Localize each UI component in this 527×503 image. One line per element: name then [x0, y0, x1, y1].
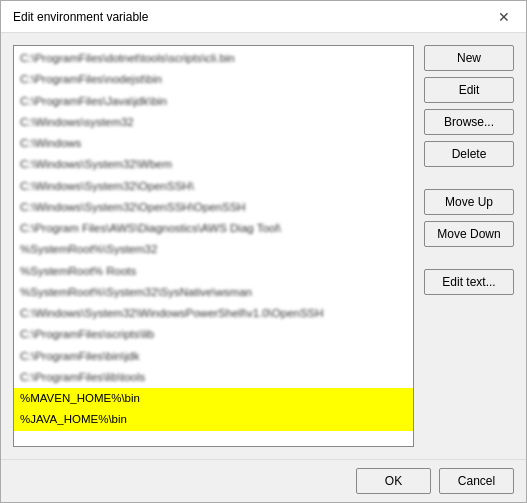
cancel-button[interactable]: Cancel [439, 468, 514, 494]
edit-button[interactable]: Edit [424, 77, 514, 103]
list-item[interactable]: C:\ProgramFiles\scripts\lib [14, 324, 413, 345]
list-item[interactable]: C:\Windows\system32 [14, 112, 413, 133]
list-item[interactable]: C:\ProgramFiles\nodejst\bin [14, 69, 413, 90]
list-item[interactable]: C:\Windows\System32\WindowsPowerShell\v1… [14, 303, 413, 324]
move-down-button[interactable]: Move Down [424, 221, 514, 247]
env-variable-list[interactable]: C:\ProgramFiles\dotnet\tools\scripts\cli… [13, 45, 414, 447]
list-item[interactable]: C:\Windows [14, 133, 413, 154]
list-item[interactable]: %JAVA_HOME%\bin [14, 409, 413, 430]
browse-button[interactable]: Browse... [424, 109, 514, 135]
list-item[interactable]: C:\ProgramFiles\Java\jdk\bin [14, 91, 413, 112]
list-item[interactable]: C:\Windows\System32\Wbem [14, 154, 413, 175]
dialog: Edit environment variable ✕ C:\ProgramFi… [0, 0, 527, 503]
list-item[interactable]: C:\ProgramFiles\dotnet\tools\scripts\cli… [14, 48, 413, 69]
dialog-title: Edit environment variable [13, 10, 148, 24]
buttons-panel: New Edit Browse... Delete Move Up Move D… [424, 45, 514, 447]
title-bar: Edit environment variable ✕ [1, 1, 526, 33]
edit-text-button[interactable]: Edit text... [424, 269, 514, 295]
list-item[interactable]: %MAVEN_HOME%\bin [14, 388, 413, 409]
delete-button[interactable]: Delete [424, 141, 514, 167]
list-item[interactable]: C:\ProgramFiles\lib\tools [14, 367, 413, 388]
close-button[interactable]: ✕ [494, 7, 514, 27]
footer: OK Cancel [1, 459, 526, 502]
spacer1 [424, 173, 514, 183]
move-up-button[interactable]: Move Up [424, 189, 514, 215]
list-item[interactable]: C:\Windows\System32\OpenSSH\OpenSSH [14, 197, 413, 218]
content-area: C:\ProgramFiles\dotnet\tools\scripts\cli… [1, 33, 526, 459]
list-item[interactable]: C:\ProgramFiles\bin\jdk [14, 346, 413, 367]
list-item[interactable]: %SystemRoot% Roots [14, 261, 413, 282]
list-item[interactable]: C:\Windows\System32\OpenSSH\ [14, 176, 413, 197]
list-item[interactable]: C:\Program Files\AWS\Diagnostics\AWS Dia… [14, 218, 413, 239]
list-item[interactable]: %SystemRoot%\System32 [14, 239, 413, 260]
new-button[interactable]: New [424, 45, 514, 71]
ok-button[interactable]: OK [356, 468, 431, 494]
spacer2 [424, 253, 514, 263]
list-item[interactable]: %SystemRoot%\System32\SysNative\wsman [14, 282, 413, 303]
